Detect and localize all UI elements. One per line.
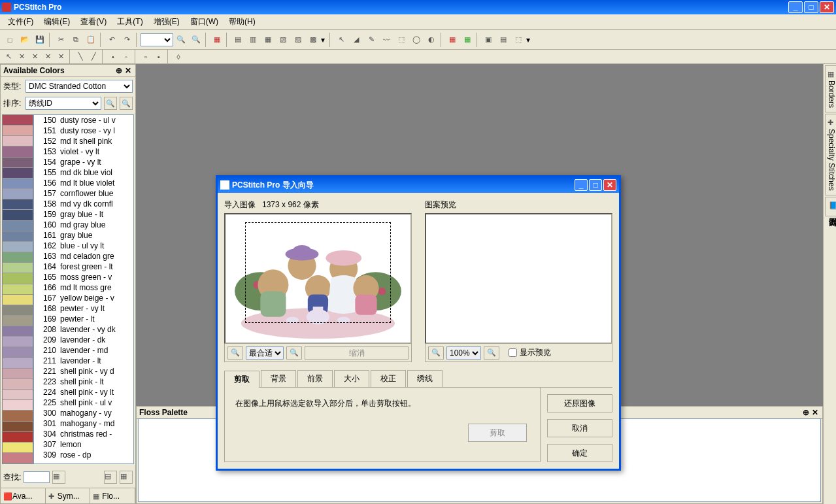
color-swatch[interactable] <box>3 400 33 411</box>
color-list-scroll[interactable]: 150dusty rose - ul v151dusty rose - vy l… <box>34 115 133 463</box>
arrow-icon[interactable]: ↖ <box>3 51 14 63</box>
save-icon[interactable]: 💾 <box>33 33 47 47</box>
import-image-box[interactable] <box>224 213 412 344</box>
copy-icon[interactable]: ⧉ <box>69 33 83 47</box>
line2-icon[interactable]: ╱ <box>88 51 99 63</box>
dialog-maximize-button[interactable]: □ <box>589 179 602 191</box>
color-swatch[interactable] <box>3 411 33 421</box>
tool-i-icon[interactable]: ▦ <box>460 33 475 47</box>
color-swatch[interactable] <box>3 432 33 443</box>
color-item[interactable]: 211lavender - lt <box>34 356 133 366</box>
zoom-out-left-icon[interactable]: 🔍 <box>227 346 243 360</box>
type-select[interactable]: DMC Stranded Cotton <box>25 80 133 93</box>
color-swatch[interactable] <box>3 199 33 210</box>
search-input[interactable] <box>24 471 50 483</box>
tool-c-icon[interactable]: ✎ <box>364 33 378 47</box>
color-swatch[interactable] <box>3 263 33 273</box>
color-swatch[interactable] <box>3 146 33 157</box>
x3-icon[interactable]: ✕ <box>42 51 54 63</box>
x2-icon[interactable]: ✕ <box>29 51 41 63</box>
side-tab-specialty-stitches[interactable]: ✚Specialty Stitches <box>825 114 836 195</box>
color-swatch[interactable] <box>3 158 33 168</box>
color-item[interactable]: 156md lt blue violet <box>34 178 133 188</box>
color-swatch[interactable] <box>3 210 33 220</box>
misc-icon[interactable]: ◊ <box>173 51 184 63</box>
sort-zoom-in-icon[interactable]: 🔍 <box>104 97 117 110</box>
close-button[interactable]: ✕ <box>820 1 834 13</box>
color-item[interactable]: 169pewter - lt <box>34 314 133 324</box>
color-swatch[interactable] <box>3 295 33 305</box>
color-item[interactable]: 165moss green - v <box>34 272 133 282</box>
zoom-in-right-icon[interactable]: 🔍 <box>484 346 499 360</box>
color-item[interactable]: 224shell pink - vy lt <box>34 387 133 397</box>
menu-文件(F)[interactable]: 文件(F) <box>3 14 39 29</box>
color-swatch[interactable] <box>3 443 33 453</box>
color-item[interactable]: 209lavender - dk <box>34 335 133 345</box>
dot2-icon[interactable]: ◦ <box>120 51 132 63</box>
dialog-tab-绣线[interactable]: 绣线 <box>407 370 443 387</box>
color-swatch[interactable] <box>3 326 33 337</box>
dialog-tab-大小[interactable]: 大小 <box>334 370 369 387</box>
color-item[interactable]: 300mahogany - vy <box>34 408 133 418</box>
panel-tab-available[interactable]: 🟥Ava... <box>1 488 46 503</box>
floss-pin-icon[interactable]: ⊕ <box>801 408 811 417</box>
zoom-out-icon[interactable]: 🔍 <box>189 33 203 47</box>
color-item[interactable]: 161gray blue <box>34 230 133 241</box>
dialog-minimize-button[interactable]: _ <box>575 179 588 191</box>
zoom-combo[interactable] <box>141 33 173 46</box>
tool-e-icon[interactable]: ⬚ <box>394 33 409 47</box>
color-item[interactable]: 162blue - ul vy lt <box>34 241 133 251</box>
sort-select[interactable]: 绣线ID <box>25 97 101 110</box>
tool-a-icon[interactable]: ↖ <box>334 33 348 47</box>
color-swatch[interactable] <box>3 273 33 284</box>
tool-h-icon[interactable]: ▦ <box>445 33 460 47</box>
color-item[interactable]: 155md dk blue viol <box>34 167 133 178</box>
color-swatch[interactable] <box>3 168 33 178</box>
dialog-tab-剪取[interactable]: 剪取 <box>224 371 259 388</box>
color-swatch[interactable] <box>3 178 33 189</box>
color-item[interactable]: 304christmas red - <box>34 429 133 439</box>
tool-f-icon[interactable]: ◯ <box>409 33 424 47</box>
grid-view-icon[interactable]: ▦ <box>120 471 133 484</box>
panel-close-icon[interactable]: ✕ <box>124 66 133 75</box>
menu-编辑(E)[interactable]: 编辑(E) <box>39 14 75 29</box>
zoom-right-select[interactable]: 100% <box>446 346 481 360</box>
new-icon[interactable]: □ <box>3 33 17 47</box>
crop-button[interactable]: 剪取 <box>468 424 527 442</box>
color-item[interactable]: 166md lt moss gre <box>34 282 133 293</box>
sq1-icon[interactable]: ▫ <box>140 51 152 63</box>
tool-j-icon[interactable]: ▣ <box>481 33 495 47</box>
color-item[interactable]: 221shell pink - vy d <box>34 366 133 377</box>
color-item[interactable]: 223shell pink - lt <box>34 377 133 387</box>
color-swatch[interactable] <box>3 189 33 199</box>
zoom-in-left-icon[interactable]: 🔍 <box>286 346 302 360</box>
tool-g-icon[interactable]: ◐ <box>424 33 439 47</box>
list-view-icon[interactable]: ▤ <box>104 471 117 484</box>
dialog-tab-背景[interactable]: 背景 <box>261 370 296 387</box>
menu-帮助(H)[interactable]: 帮助(H) <box>224 14 261 29</box>
line1-icon[interactable]: ╲ <box>75 51 86 63</box>
show-preview-checkbox[interactable] <box>509 348 517 357</box>
color-swatch[interactable] <box>3 242 33 252</box>
view6-icon[interactable]: ▩ <box>306 33 320 47</box>
sort-zoom-out-icon[interactable]: 🔍 <box>120 97 133 110</box>
color-item[interactable]: 164forest green - lt <box>34 261 133 272</box>
side-tab-borders[interactable]: ▦Borders <box>825 65 836 112</box>
menu-增强(E)[interactable]: 增强(E) <box>148 14 185 29</box>
selection-rect[interactable] <box>245 222 391 323</box>
view1-icon[interactable]: ▤ <box>231 33 245 47</box>
color-swatch[interactable] <box>3 390 33 400</box>
view4-icon[interactable]: ▧ <box>276 33 290 47</box>
grid-icon[interactable]: ▦ <box>210 33 224 47</box>
paste-icon[interactable]: 📋 <box>84 33 98 47</box>
tool-b-icon[interactable]: ◢ <box>349 33 363 47</box>
dialog-tab-校正[interactable]: 校正 <box>371 370 406 387</box>
search-go-icon[interactable]: ▦ <box>52 471 65 484</box>
color-item[interactable]: 152md lt shell pink <box>34 136 133 146</box>
color-item[interactable]: 225shell pink - ul v <box>34 397 133 408</box>
color-item[interactable]: 167yellow beige - v <box>34 293 133 303</box>
open-icon[interactable]: 📂 <box>18 33 32 47</box>
color-item[interactable]: 151dusty rose - vy l <box>34 126 133 136</box>
color-swatch[interactable] <box>3 115 33 126</box>
color-item[interactable]: 157cornflower blue <box>34 188 133 199</box>
